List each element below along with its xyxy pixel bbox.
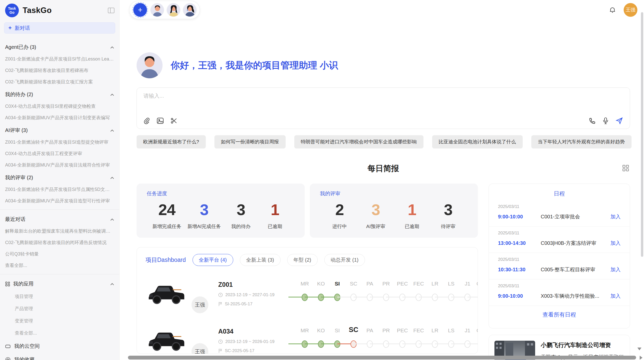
filter-pill-powertrain[interactable]: 动总开发 (1) bbox=[324, 254, 365, 266]
chevron-up-icon[interactable] bbox=[110, 216, 114, 222]
section-my-todo[interactable]: 我的待办 (2) bbox=[5, 91, 114, 98]
list-item[interactable]: C02-飞腾新能源轻客改款项目的闭环通告反馈情况 bbox=[5, 239, 114, 246]
section-my-apps[interactable]: 我的应用 bbox=[5, 280, 114, 287]
stat-value: 24 bbox=[152, 201, 181, 219]
daily-brief-body: 任务进度 24 新增完成任务 3 新增AI完成任务 bbox=[137, 184, 630, 360]
schedule-time: 13:00-14:30 bbox=[498, 240, 541, 246]
chevron-up-icon[interactable] bbox=[110, 175, 114, 181]
section-recent-chats[interactable]: 最近对话 bbox=[5, 216, 114, 223]
greeting-text: 你好，王强，我是你的项目管理助理 小识 bbox=[171, 59, 338, 72]
message-input[interactable] bbox=[143, 93, 623, 99]
list-item[interactable]: Z001-全新燃油皮卡产品开发项目SI节点Lesson Learn报告 bbox=[5, 56, 114, 62]
stat-label: 进行中 bbox=[326, 223, 354, 230]
main-area: + 王强 bbox=[120, 0, 644, 360]
section-title: 我的待办 (2) bbox=[5, 91, 33, 98]
project-media: 王强 bbox=[145, 327, 212, 354]
flag-icon bbox=[218, 349, 222, 353]
section-title: Agent已办 (3) bbox=[5, 44, 36, 51]
scroll-down-arrow[interactable] bbox=[637, 348, 641, 350]
collapse-sidebar-icon[interactable] bbox=[108, 7, 115, 14]
suggestion-chips: 欧洲新规最近颁布了什么? 如何写一份清晰的项目周报 特朗普可能对进口汽车增税会对… bbox=[137, 135, 630, 148]
project-flag: SC-2025-05-17 bbox=[218, 348, 288, 353]
suggestion-chip[interactable]: 如何写一份清晰的项目周报 bbox=[214, 135, 286, 148]
section-ai-review[interactable]: AI评审 (3) bbox=[5, 127, 114, 134]
phone-call-icon[interactable] bbox=[589, 117, 596, 124]
join-link[interactable]: 加入 bbox=[610, 240, 621, 247]
stat-label: 新增完成任务 bbox=[152, 223, 181, 230]
view-all-link[interactable]: 查看全部... bbox=[5, 262, 114, 268]
milestone-label: SI bbox=[329, 281, 345, 287]
section-agent-done[interactable]: Agent已办 (3) bbox=[5, 44, 114, 51]
suggestion-chip[interactable]: 欧洲新规最近颁布了什么? bbox=[137, 135, 206, 148]
milestone-label: LR bbox=[427, 327, 443, 334]
milestone-label: J1 bbox=[459, 327, 476, 334]
sidebar-item-product-mgmt[interactable]: 产品管理 bbox=[15, 306, 114, 312]
milestone-label: SC bbox=[345, 326, 362, 334]
sidebar-item-change-mgmt[interactable]: 变更管理 bbox=[15, 318, 114, 324]
scroll-right-arrow[interactable] bbox=[640, 356, 642, 360]
new-chat-label: 新对话 bbox=[15, 25, 30, 32]
user-avatar[interactable]: 王强 bbox=[624, 3, 637, 17]
notification-bell-icon[interactable] bbox=[609, 6, 616, 13]
suggestion-chip[interactable]: 特朗普可能对进口汽车增税会对中国车企造成哪些影响 bbox=[294, 135, 423, 148]
microphone-icon[interactable] bbox=[602, 117, 609, 124]
join-link[interactable]: 加入 bbox=[610, 293, 621, 299]
project-row[interactable]: 王强 A034 2023-12-19 ~ 2026-01-19 bbox=[145, 321, 469, 354]
chevron-up-icon[interactable] bbox=[110, 44, 114, 50]
image-upload-icon[interactable] bbox=[157, 117, 164, 124]
suggestion-chip[interactable]: 比亚迪全固态电池计划具体说了什么 bbox=[432, 135, 523, 148]
suggestion-chip[interactable]: 当下年轻人对汽车外观有怎样的喜好趋势 bbox=[531, 135, 632, 148]
section-title: AI评审 (3) bbox=[5, 127, 28, 134]
sidebar-item-project-mgmt[interactable]: 项目管理 bbox=[15, 293, 114, 299]
send-icon[interactable] bbox=[616, 117, 623, 125]
join-link[interactable]: 加入 bbox=[610, 213, 621, 220]
plus-icon: + bbox=[138, 6, 142, 14]
chevron-up-icon[interactable] bbox=[110, 281, 114, 287]
screenshot-scissors-icon[interactable] bbox=[170, 117, 178, 124]
list-item[interactable]: C0X4-动力总成开发项目工程变更评审 bbox=[5, 151, 114, 157]
list-item[interactable]: Z001-全新燃油轻卡产品开发项目SI节点属性5D文件评审 bbox=[5, 186, 114, 192]
stat-label: AI预评审 bbox=[362, 223, 390, 230]
list-item[interactable]: A034-全新新能源MUV产品开发项目造型可行性评审 bbox=[5, 198, 114, 204]
stats: 2 进行中 3 AI预评审 1 已逾期 bbox=[320, 201, 468, 230]
filter-pill-new-body[interactable]: 全新上装 (3) bbox=[240, 254, 281, 266]
new-chat-button[interactable]: + 新对话 bbox=[4, 22, 115, 34]
section-my-review[interactable]: 我的评审 (2) bbox=[5, 174, 114, 181]
agent-avatar[interactable] bbox=[150, 3, 164, 17]
chevron-up-icon[interactable] bbox=[110, 127, 114, 133]
list-item[interactable]: A034-全新新能源MUV产品开发项目计划变更表编写 bbox=[5, 115, 114, 121]
list-item[interactable]: 解释最新出台的欧盟报废车法规再生塑料比例被调至15%... bbox=[5, 228, 114, 234]
sidebar-item-favorites[interactable]: 我的收藏 bbox=[5, 356, 114, 360]
view-all-schedule-link[interactable]: 查看所有日程 bbox=[489, 311, 630, 319]
app-window: Task Go TaskGo + 新对话 Agent已办 (3) Z001-全新… bbox=[0, 0, 644, 360]
filter-pill-all-new-platform[interactable]: 全新平台 (4) bbox=[193, 254, 233, 266]
list-item[interactable]: A034-全新新能源MUV产品开发项目法规符合性评审 bbox=[5, 162, 114, 168]
filter-pill-model-year[interactable]: 年型 (2) bbox=[287, 254, 318, 266]
agent-avatar[interactable] bbox=[167, 3, 180, 17]
agent-avatar[interactable] bbox=[183, 3, 197, 17]
list-item[interactable]: 公司Q3轻卡销量 bbox=[5, 251, 114, 257]
add-agent-button[interactable]: + bbox=[133, 3, 147, 17]
milestone-track: MR KO SI SC PA PR PEC FEC LR LS J1 bbox=[288, 327, 478, 352]
join-link[interactable]: 加入 bbox=[610, 266, 621, 273]
list-item[interactable]: C0X4-动力总成开发项目SI里程碑提交物检查 bbox=[5, 103, 114, 109]
vertical-scrollbar[interactable] bbox=[641, 12, 643, 257]
plus-icon: + bbox=[8, 25, 12, 31]
dashboard-title: 项目Dashboard bbox=[145, 256, 186, 264]
attachment-icon[interactable] bbox=[143, 117, 150, 124]
section-title: 最近对话 bbox=[5, 216, 25, 223]
horizontal-scrollbar[interactable] bbox=[128, 356, 636, 359]
project-row[interactable]: 王强 Z001 2023-12-19 ~ 2027-01-19 bbox=[145, 275, 469, 313]
stat: 1 已逾期 bbox=[261, 201, 289, 230]
project-media: 王强 bbox=[145, 280, 212, 307]
layout-grid-icon[interactable] bbox=[622, 164, 630, 172]
view-all-link[interactable]: 查看全部... bbox=[15, 330, 114, 336]
greeting-block: 你好，王强，我是你的项目管理助理 小识 bbox=[137, 52, 630, 78]
list-item[interactable]: C02-飞腾新能源轻客改款项目里程碑画布 bbox=[5, 67, 114, 73]
sidebar-item-cloud-space[interactable]: 我的云空间 bbox=[5, 343, 114, 350]
list-item[interactable]: Z001-全新燃油轻卡产品开发项目SI造型提交物评审 bbox=[5, 139, 114, 145]
topbar-right: 王强 bbox=[609, 3, 637, 17]
chevron-up-icon[interactable] bbox=[110, 92, 114, 97]
list-item[interactable]: C02-飞腾新能源轻客改款项目立项汇报方案 bbox=[5, 79, 114, 85]
news-title: 小鹏飞行汽车制造公司增资 bbox=[541, 341, 624, 349]
